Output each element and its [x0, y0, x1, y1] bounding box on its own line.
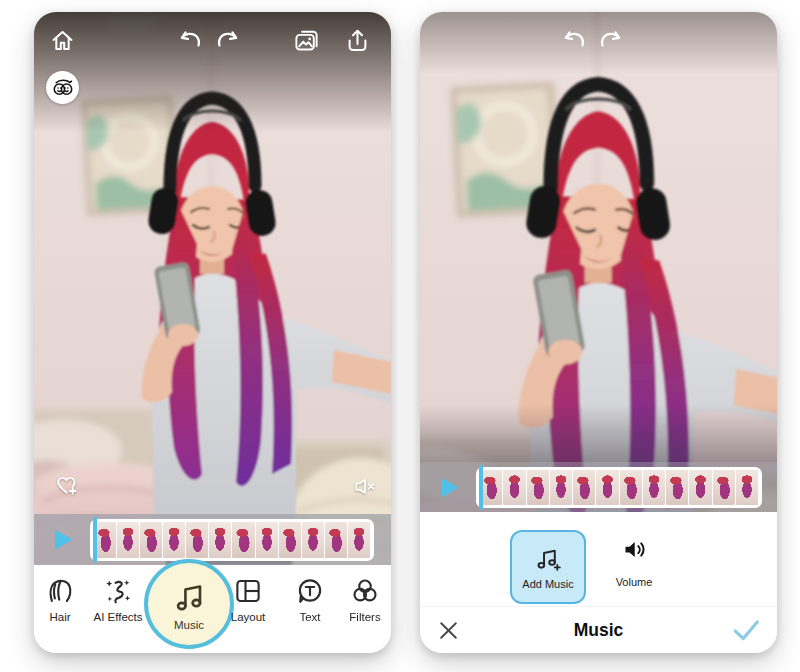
add-music-icon: [534, 545, 562, 573]
filmstrip-frame: [689, 470, 711, 505]
editor-toolbar: Hair AI Effects Music Layout Text Filter…: [34, 565, 391, 653]
gallery-icon[interactable]: [293, 27, 320, 54]
toolbar-item-text[interactable]: Text: [282, 576, 338, 623]
playhead[interactable]: [93, 517, 97, 563]
layout-icon: [233, 576, 263, 606]
filmstrip-frame: [348, 522, 370, 558]
filmstrip-frame: [503, 470, 525, 505]
filmstrip-frame: [480, 470, 502, 505]
filmstrip-frame: [643, 470, 665, 505]
mute-button[interactable]: [352, 473, 378, 499]
favorite-button[interactable]: [54, 473, 80, 499]
filmstrip[interactable]: [90, 519, 374, 561]
music-icon: [172, 579, 207, 614]
ai-effects-icon: [103, 576, 133, 606]
filmstrip-frame: [550, 470, 572, 505]
filmstrip[interactable]: [476, 467, 762, 508]
funny-face-badge[interactable]: [46, 71, 79, 104]
play-button[interactable]: [420, 475, 476, 500]
undo-icon[interactable]: [176, 27, 203, 54]
volume-button[interactable]: Volume: [602, 536, 666, 588]
filmstrip-frame: [573, 470, 595, 505]
editor-screen-right: Add Music Volume Music: [420, 12, 777, 653]
toolbar-item-label: Layout: [231, 611, 266, 623]
toolbar-item-ai-effects[interactable]: AI Effects: [90, 576, 146, 623]
filmstrip-frame: [163, 522, 185, 558]
video-frame-image: [420, 12, 777, 512]
music-panel: Add Music Volume Music: [420, 512, 777, 653]
video-frame-image: [34, 12, 391, 565]
timeline-bar: [420, 462, 777, 512]
timeline-bar: [34, 514, 391, 565]
panel-title: Music: [420, 620, 777, 641]
toolbar-item-label: Hair: [49, 611, 70, 623]
toolbar-item-label: Music: [174, 619, 204, 631]
filmstrip-frame: [713, 470, 735, 505]
toolbar-item-music[interactable]: Music: [161, 579, 217, 631]
filmstrip-frame: [666, 470, 688, 505]
mute-icon: [352, 473, 378, 499]
filmstrip-frame: [325, 522, 347, 558]
volume-icon: [621, 536, 648, 563]
video-preview: [420, 12, 777, 512]
export-icon[interactable]: [344, 27, 371, 54]
play-icon: [51, 527, 74, 552]
toolbar-item-label: Text: [299, 611, 320, 623]
play-button[interactable]: [34, 527, 90, 552]
play-icon: [437, 475, 460, 500]
toolbar-item-filters[interactable]: Filters: [337, 576, 391, 623]
toolbar-item-label: AI Effects: [93, 611, 142, 623]
filmstrip-frame: [140, 522, 162, 558]
volume-label: Volume: [616, 576, 653, 588]
confirm-button[interactable]: [731, 617, 761, 643]
filmstrip-frame: [186, 522, 208, 558]
playhead[interactable]: [479, 465, 483, 510]
text-icon: [295, 576, 325, 606]
redo-icon[interactable]: [215, 27, 242, 54]
filmstrip-frame: [209, 522, 231, 558]
redo-icon[interactable]: [598, 27, 625, 54]
hair-icon: [45, 576, 75, 606]
filmstrip-frame: [527, 470, 549, 505]
filters-icon: [350, 576, 380, 606]
filmstrip-frame: [117, 522, 139, 558]
toolbar-item-label: Filters: [349, 611, 380, 623]
video-preview: [34, 12, 391, 565]
add-music-button[interactable]: Add Music: [510, 530, 586, 604]
heart-plus-icon: [54, 473, 80, 499]
funny-face-icon: [50, 75, 75, 100]
filmstrip-frame: [256, 522, 278, 558]
filmstrip-frame: [620, 470, 642, 505]
panel-bottom-bar: Music: [420, 606, 777, 653]
toolbar-item-layout[interactable]: Layout: [220, 576, 276, 623]
check-icon: [731, 617, 761, 643]
filmstrip-frame: [736, 470, 758, 505]
filmstrip-frame: [302, 522, 324, 558]
add-music-label: Add Music: [522, 578, 573, 590]
filmstrip-frame: [279, 522, 301, 558]
home-icon[interactable]: [49, 27, 76, 54]
toolbar-item-hair[interactable]: Hair: [34, 576, 88, 623]
undo-icon[interactable]: [560, 27, 587, 54]
editor-screen-left: Hair AI Effects Music Layout Text Filter…: [34, 12, 391, 653]
filmstrip-frame: [232, 522, 254, 558]
filmstrip-frame: [94, 522, 116, 558]
filmstrip-frame: [596, 470, 618, 505]
